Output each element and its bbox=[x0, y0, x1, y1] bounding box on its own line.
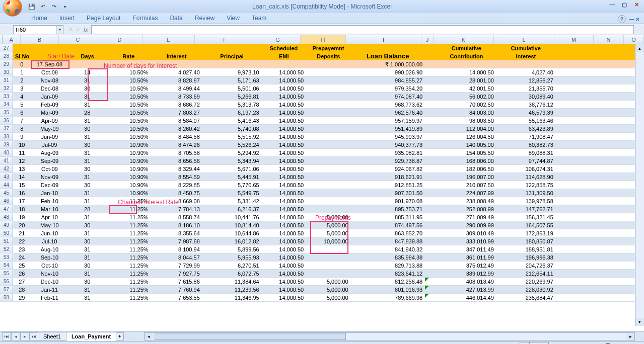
cell[interactable]: 5,171.63 bbox=[202, 76, 262, 84]
cell[interactable] bbox=[595, 286, 624, 293]
cell[interactable]: Nov-09 bbox=[31, 173, 69, 181]
cell[interactable] bbox=[595, 278, 624, 285]
cell[interactable] bbox=[262, 60, 307, 68]
close-button[interactable]: ✕ bbox=[631, 1, 642, 8]
cell[interactable]: 24 bbox=[13, 253, 31, 261]
cell[interactable]: 252,008.99 bbox=[437, 205, 496, 213]
cell[interactable] bbox=[306, 125, 351, 132]
cell[interactable]: 71,908.47 bbox=[496, 133, 556, 140]
cell[interactable]: 31 bbox=[68, 286, 106, 293]
cell[interactable]: 30 bbox=[68, 221, 106, 229]
cell[interactable]: 8 bbox=[13, 125, 31, 132]
first-sheet-icon[interactable]: ⏮ bbox=[2, 332, 11, 340]
cell[interactable]: 14,000.50 bbox=[262, 93, 307, 100]
cell[interactable]: Aug-09 bbox=[31, 149, 69, 156]
cell[interactable] bbox=[106, 60, 151, 68]
cell[interactable] bbox=[425, 270, 437, 277]
cell[interactable]: 30 bbox=[68, 237, 106, 245]
name-box-dropdown-icon[interactable]: ▾ bbox=[56, 26, 63, 34]
cell[interactable] bbox=[556, 117, 595, 124]
cell[interactable]: 8,686.72 bbox=[151, 101, 202, 108]
vertical-scrollbar[interactable]: ▴ ▾ bbox=[635, 44, 644, 326]
cell[interactable] bbox=[556, 245, 595, 253]
cell[interactable]: 14,000.50 bbox=[262, 125, 307, 132]
cell[interactable]: 7,784.13 bbox=[151, 205, 202, 213]
cell[interactable]: 182,006.50 bbox=[437, 165, 496, 173]
cell[interactable]: 5,000.00 bbox=[306, 294, 351, 301]
row-header[interactable]: 40 bbox=[0, 149, 13, 156]
cell[interactable]: 912,851.25 bbox=[351, 181, 425, 189]
cell[interactable] bbox=[306, 253, 351, 261]
cell[interactable] bbox=[595, 44, 624, 52]
cell[interactable]: 10.90% bbox=[106, 173, 151, 181]
cell[interactable] bbox=[31, 44, 69, 52]
cell[interactable]: 10.90% bbox=[106, 181, 151, 189]
cell[interactable]: Prepayemnt bbox=[306, 44, 351, 52]
cell[interactable]: 10,441.76 bbox=[202, 213, 262, 221]
cell[interactable]: ₹ 1,000,000.00 bbox=[351, 60, 425, 68]
cell[interactable]: 31 bbox=[68, 149, 106, 156]
cell[interactable] bbox=[106, 44, 151, 52]
cell[interactable] bbox=[425, 237, 437, 245]
cell[interactable]: 5,526.24 bbox=[202, 141, 262, 148]
cell[interactable] bbox=[306, 245, 351, 253]
cell[interactable]: 31 bbox=[68, 213, 106, 221]
cell[interactable]: 31 bbox=[68, 133, 106, 140]
cell[interactable]: 11.25% bbox=[106, 253, 151, 261]
cell[interactable] bbox=[556, 213, 595, 221]
cell[interactable] bbox=[556, 253, 595, 261]
col-header-B[interactable]: B bbox=[21, 35, 59, 44]
cell[interactable] bbox=[556, 165, 595, 173]
fx-icon[interactable]: fx bbox=[84, 27, 88, 33]
next-sheet-icon[interactable]: ▸ bbox=[20, 332, 29, 340]
cell[interactable]: 14,000.50 bbox=[262, 141, 307, 148]
cell[interactable]: 122,858.75 bbox=[496, 181, 556, 189]
cell[interactable]: 98,003.50 bbox=[437, 117, 496, 124]
row-header[interactable]: 49 bbox=[0, 221, 13, 229]
cell[interactable]: 156,321.45 bbox=[496, 213, 556, 221]
undo-icon[interactable]: ↶ bbox=[38, 2, 47, 11]
cell[interactable]: 30 bbox=[68, 84, 106, 92]
cell[interactable] bbox=[595, 125, 624, 132]
cell[interactable] bbox=[556, 125, 595, 132]
cell[interactable]: 829,713.88 bbox=[351, 262, 425, 269]
cell[interactable]: Jan-09 bbox=[31, 93, 69, 100]
cell[interactable]: 8,474.26 bbox=[151, 141, 202, 148]
cell[interactable]: 31 bbox=[68, 197, 106, 205]
col-header-C[interactable]: C bbox=[59, 35, 97, 44]
cell[interactable] bbox=[306, 101, 351, 108]
cell[interactable]: 16 bbox=[13, 189, 31, 197]
cell[interactable]: Loan Balance bbox=[351, 52, 425, 60]
row-header[interactable]: 46 bbox=[0, 197, 13, 205]
cell[interactable] bbox=[202, 44, 262, 52]
cell[interactable]: 14,000.50 bbox=[262, 221, 307, 229]
cell[interactable]: Scheduled bbox=[262, 44, 307, 52]
row-header[interactable]: 45 bbox=[0, 189, 13, 197]
cell[interactable] bbox=[425, 117, 437, 124]
cell[interactable] bbox=[306, 157, 351, 164]
cell[interactable] bbox=[595, 229, 624, 237]
cell[interactable]: 5,343.94 bbox=[202, 157, 262, 164]
cell[interactable]: 28 bbox=[68, 109, 106, 116]
cell[interactable]: 895,753.71 bbox=[351, 205, 425, 213]
cell[interactable]: 924,067.82 bbox=[351, 165, 425, 173]
cell[interactable] bbox=[425, 133, 437, 140]
cell[interactable]: 31 bbox=[68, 157, 106, 164]
page-layout-view-icon[interactable]: ▤ bbox=[529, 342, 539, 345]
cell[interactable]: 10.90% bbox=[106, 149, 151, 156]
row-header[interactable]: 53 bbox=[0, 253, 13, 261]
cell[interactable]: 20 bbox=[13, 221, 31, 229]
cell[interactable]: 56,002.00 bbox=[437, 93, 496, 100]
cell[interactable]: 31 bbox=[68, 76, 106, 84]
col-header-A[interactable]: A bbox=[3, 35, 21, 44]
cell[interactable]: 168,006.00 bbox=[437, 157, 496, 164]
row-header[interactable]: 56 bbox=[0, 278, 13, 285]
cell[interactable] bbox=[425, 68, 437, 76]
cell[interactable]: 10.50% bbox=[106, 133, 151, 140]
cell[interactable]: 31 bbox=[68, 294, 106, 301]
cell[interactable] bbox=[556, 157, 595, 164]
cell[interactable]: 389,012.99 bbox=[437, 270, 496, 277]
cell[interactable]: 140,005.00 bbox=[437, 141, 496, 148]
cell[interactable]: 30 bbox=[68, 262, 106, 269]
cell[interactable] bbox=[556, 84, 595, 92]
